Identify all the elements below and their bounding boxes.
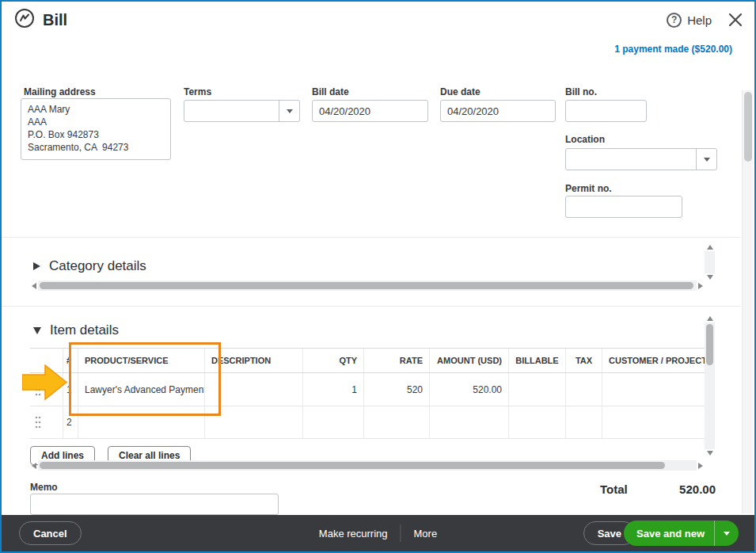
drag-handle-icon[interactable] bbox=[30, 373, 63, 406]
col-header-tax[interactable]: TAX bbox=[566, 349, 602, 372]
product-service-cell[interactable]: Lawyer's Advanced Payment bbox=[78, 373, 205, 406]
chevron-down-icon bbox=[287, 109, 293, 113]
col-header-qty[interactable]: QTY bbox=[303, 349, 364, 372]
scroll-right-icon[interactable] bbox=[698, 283, 703, 289]
terms-select[interactable] bbox=[184, 100, 300, 122]
due-date-field[interactable] bbox=[440, 100, 556, 122]
location-label: Location bbox=[565, 134, 605, 145]
item-horizontal-scrollbar[interactable] bbox=[30, 460, 705, 471]
bill-date-label: Bill date bbox=[312, 86, 349, 97]
header: Bill ? Help bbox=[2, 2, 754, 38]
scrollbar-thumb[interactable] bbox=[40, 462, 665, 469]
col-header-customer-project[interactable]: CUSTOMER / PROJECT bbox=[602, 349, 705, 372]
total-value: 520.00 bbox=[679, 482, 716, 496]
save-options-caret[interactable] bbox=[715, 532, 739, 536]
qty-cell[interactable]: 1 bbox=[303, 373, 364, 406]
mailing-address-label: Mailing address bbox=[24, 86, 96, 97]
item-vertical-scrollbar[interactable] bbox=[705, 315, 715, 457]
location-select-value bbox=[566, 149, 696, 170]
scroll-right-icon[interactable] bbox=[698, 463, 703, 469]
qty-cell[interactable] bbox=[303, 406, 364, 438]
scroll-down-icon[interactable] bbox=[707, 275, 713, 280]
close-icon[interactable] bbox=[728, 12, 743, 28]
location-select[interactable] bbox=[565, 148, 717, 170]
category-vertical-scrollbar[interactable] bbox=[705, 243, 715, 281]
table-header-row: # PRODUCT/SERVICE DESCRIPTION QTY RATE A… bbox=[30, 348, 705, 373]
save-and-new-button[interactable]: Save and new bbox=[624, 521, 739, 546]
col-header-num[interactable]: # bbox=[63, 349, 78, 372]
collapse-arrow-icon bbox=[33, 262, 40, 270]
description-cell[interactable] bbox=[205, 406, 303, 438]
amount-cell[interactable] bbox=[430, 406, 509, 438]
footer-center-actions: Make recurring More bbox=[319, 515, 437, 551]
scroll-down-icon[interactable] bbox=[707, 451, 713, 456]
item-details-table: # PRODUCT/SERVICE DESCRIPTION QTY RATE A… bbox=[30, 348, 705, 439]
scrollbar-thumb[interactable] bbox=[40, 282, 693, 289]
terms-select-value bbox=[184, 101, 279, 121]
scrollbar-track[interactable] bbox=[38, 280, 697, 291]
drag-handle-icon[interactable] bbox=[30, 406, 63, 438]
col-header-rate[interactable]: RATE bbox=[364, 349, 430, 372]
billable-cell[interactable] bbox=[509, 373, 566, 406]
scroll-left-icon[interactable] bbox=[32, 463, 36, 469]
terms-caret-area[interactable] bbox=[279, 101, 299, 121]
bill-window: Bill ? Help 1 payment made ($520.00) Mai… bbox=[0, 0, 756, 553]
footer-divider bbox=[401, 524, 401, 542]
bill-date-field[interactable] bbox=[312, 100, 428, 122]
customer-project-cell[interactable] bbox=[602, 373, 705, 406]
more-button[interactable]: More bbox=[414, 528, 438, 540]
payment-made-link[interactable]: 1 payment made ($520.00) bbox=[614, 44, 732, 55]
col-header-description[interactable]: DESCRIPTION bbox=[205, 349, 303, 372]
category-details-header[interactable]: Category details bbox=[33, 258, 146, 274]
bill-no-field[interactable] bbox=[565, 100, 647, 122]
make-recurring-button[interactable]: Make recurring bbox=[319, 528, 388, 540]
due-date-label: Due date bbox=[440, 86, 481, 97]
mailing-address-field[interactable]: AAA Mary AAA P.O. Box 942873 Sacramento,… bbox=[21, 98, 171, 160]
tax-cell[interactable] bbox=[566, 373, 602, 406]
product-service-cell[interactable] bbox=[78, 406, 205, 438]
chevron-down-icon bbox=[704, 158, 710, 162]
rate-cell[interactable] bbox=[364, 406, 430, 438]
help-label: Help bbox=[687, 13, 712, 27]
amount-cell[interactable]: 520.00 bbox=[430, 373, 509, 406]
main-vertical-scrollbar[interactable] bbox=[742, 90, 753, 513]
rate-cell[interactable]: 520 bbox=[364, 373, 430, 406]
memo-field[interactable] bbox=[30, 494, 279, 515]
scrollbar-track[interactable] bbox=[705, 322, 715, 449]
memo-label: Memo bbox=[30, 482, 58, 493]
help-button[interactable]: ? Help bbox=[667, 13, 712, 28]
header-actions: ? Help bbox=[667, 12, 743, 28]
terms-label: Terms bbox=[184, 86, 211, 97]
main-scrollbar-thumb[interactable] bbox=[744, 92, 752, 162]
scroll-up-icon[interactable] bbox=[707, 245, 713, 250]
item-details-title: Item details bbox=[50, 322, 119, 338]
handle-column-header bbox=[30, 349, 63, 372]
item-details-header[interactable]: Item details bbox=[33, 322, 119, 338]
scroll-left-icon[interactable] bbox=[32, 283, 36, 289]
bill-icon bbox=[14, 8, 35, 32]
footer-bar: Cancel Make recurring More Save Save and… bbox=[2, 515, 754, 551]
col-header-product-service[interactable]: PRODUCT/SERVICE bbox=[78, 349, 205, 372]
col-header-billable[interactable]: BILLABLE bbox=[509, 349, 566, 372]
customer-project-cell[interactable] bbox=[602, 406, 705, 438]
description-cell[interactable] bbox=[205, 373, 303, 406]
billable-cell[interactable] bbox=[509, 406, 566, 438]
cancel-button[interactable]: Cancel bbox=[19, 521, 82, 545]
table-row-2: 2 bbox=[30, 406, 705, 439]
location-caret-area[interactable] bbox=[696, 149, 716, 170]
table-row-1: 1 Lawyer's Advanced Payment 1 520 520.00 bbox=[30, 373, 705, 406]
tax-cell[interactable] bbox=[566, 406, 602, 438]
bill-no-label: Bill no. bbox=[565, 86, 597, 97]
scrollbar-thumb[interactable] bbox=[706, 324, 713, 365]
row-number: 1 bbox=[63, 373, 78, 406]
chevron-down-icon bbox=[724, 532, 730, 536]
scrollbar-track[interactable] bbox=[38, 460, 697, 471]
scrollbar-track[interactable] bbox=[705, 251, 715, 273]
permit-no-field[interactable] bbox=[565, 196, 682, 218]
scroll-up-icon[interactable] bbox=[707, 316, 713, 321]
row-number: 2 bbox=[63, 406, 78, 438]
category-horizontal-scrollbar[interactable] bbox=[30, 280, 705, 291]
section-divider bbox=[2, 237, 740, 238]
expand-arrow-icon bbox=[33, 327, 41, 334]
col-header-amount[interactable]: AMOUNT (USD) bbox=[430, 349, 509, 372]
